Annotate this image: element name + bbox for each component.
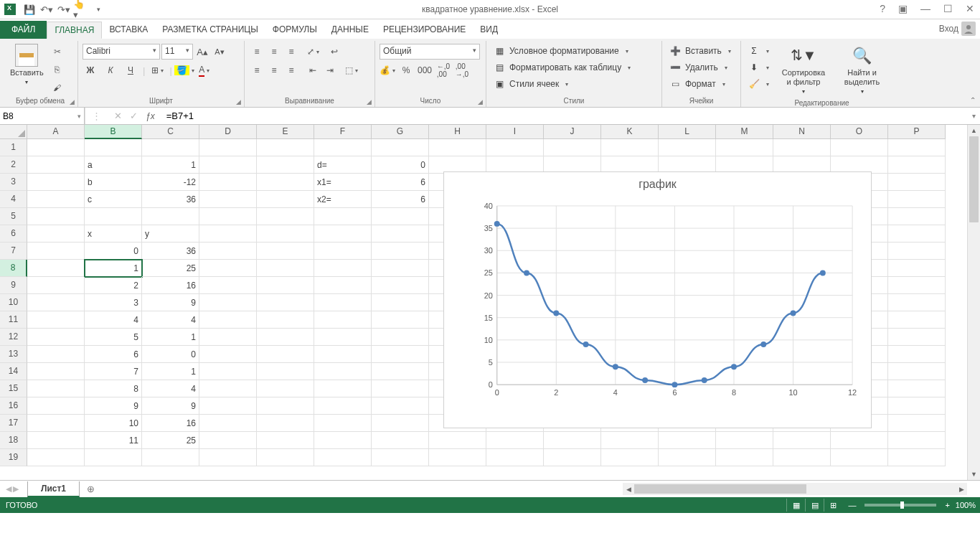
cell-E8[interactable] [257,260,314,277]
cell-E15[interactable] [257,380,314,397]
insert-cells-button[interactable]: ➕Вставить [666,43,736,59]
cell-F12[interactable] [314,329,372,346]
cell-D7[interactable] [199,242,257,260]
cell-J18[interactable] [544,432,601,449]
undo-icon[interactable]: ↶▾ [39,1,55,17]
cell-N19[interactable] [773,449,831,466]
close-icon[interactable]: ✕ [963,1,977,16]
row-header-16[interactable]: 16 [0,397,27,415]
maximize-icon[interactable]: ☐ [941,1,956,16]
cell-D11[interactable] [199,311,257,329]
alignment-dialog-launcher[interactable]: ◢ [367,98,372,105]
cell-D17[interactable] [199,415,257,432]
cell-E3[interactable] [257,174,314,191]
zoom-out-icon[interactable]: — [848,501,856,509]
cell-H19[interactable] [429,449,486,466]
cell-F1[interactable] [314,139,372,156]
collapse-ribbon-icon[interactable]: ⌃ [970,96,976,104]
cell-K1[interactable] [601,139,659,156]
cell-G1[interactable] [372,139,429,156]
accounting-format-icon[interactable]: 💰 [380,62,395,78]
cell-B2[interactable]: a [85,156,142,174]
row-header-4[interactable]: 4 [0,191,27,208]
font-dialog-launcher[interactable]: ◢ [236,98,241,105]
cell-B11[interactable]: 4 [85,311,142,329]
cell-A14[interactable] [27,363,85,380]
cell-F3[interactable]: x1= [314,174,372,191]
format-as-table-button[interactable]: ▤Форматировать как таблицу [491,60,657,75]
select-all-button[interactable] [0,125,27,139]
number-dialog-launcher[interactable]: ◢ [478,98,483,105]
col-header-J[interactable]: J [544,125,601,139]
cell-A15[interactable] [27,380,85,397]
add-sheet-icon[interactable]: ⊕ [87,484,95,494]
row-header-13[interactable]: 13 [0,346,27,363]
cell-F13[interactable] [314,346,372,363]
cell-C9[interactable]: 16 [142,277,199,294]
row-header-2[interactable]: 2 [0,156,27,174]
cell-A16[interactable] [27,397,85,415]
cell-D19[interactable] [199,449,257,466]
cell-L19[interactable] [659,449,716,466]
cell-B19[interactable] [85,449,142,466]
cell-C5[interactable] [142,208,199,225]
cell-A5[interactable] [27,208,85,225]
merge-cells-icon[interactable]: ⬚ [344,62,359,78]
col-header-E[interactable]: E [257,125,314,139]
cell-F10[interactable] [314,294,372,311]
cell-B16[interactable]: 9 [85,397,142,415]
col-header-A[interactable]: A [27,125,85,139]
cell-C15[interactable]: 4 [142,380,199,397]
cell-E10[interactable] [257,294,314,311]
col-header-I[interactable]: I [486,125,544,139]
cell-A7[interactable] [27,242,85,260]
row-header-12[interactable]: 12 [0,329,27,346]
cell-L18[interactable] [659,432,716,449]
decrease-decimal-icon[interactable]: ,00→,0 [454,62,470,78]
cell-D6[interactable] [199,225,257,242]
cell-F17[interactable] [314,415,372,432]
cell-B8[interactable]: 1 [85,260,142,277]
col-header-N[interactable]: N [773,125,831,139]
format-cells-button[interactable]: ▭Формат [666,76,736,92]
fill-button[interactable]: ⬇ [745,60,772,75]
cell-E12[interactable] [257,329,314,346]
cell-C19[interactable] [142,449,199,466]
minimize-icon[interactable]: — [918,1,933,16]
cell-C7[interactable]: 36 [142,242,199,260]
cell-C10[interactable]: 9 [142,294,199,311]
tab-главная[interactable]: ГЛАВНАЯ [47,22,102,39]
cell-H18[interactable] [429,432,486,449]
cell-A19[interactable] [27,449,85,466]
font-size-dropdown[interactable]: 11 [161,44,193,60]
cell-C2[interactable]: 1 [142,156,199,174]
name-box[interactable]: ▾ [0,108,85,124]
row-header-9[interactable]: 9 [0,277,27,294]
cell-E5[interactable] [257,208,314,225]
redo-icon[interactable]: ↷▾ [56,1,72,17]
tab-данные[interactable]: ДАННЫЕ [324,22,376,39]
cell-P12[interactable] [888,329,946,346]
cell-P14[interactable] [888,363,946,380]
underline-button[interactable]: Ч [123,62,138,78]
row-header-18[interactable]: 18 [0,432,27,449]
row-header-3[interactable]: 3 [0,174,27,191]
col-header-K[interactable]: K [601,125,659,139]
cell-P17[interactable] [888,415,946,432]
cell-B17[interactable]: 10 [85,415,142,432]
cell-styles-button[interactable]: ▣Стили ячеек [491,76,657,92]
fx-icon[interactable]: ƒx [143,111,158,121]
formula-input[interactable] [162,109,968,123]
cell-E4[interactable] [257,191,314,208]
cell-G2[interactable]: 0 [372,156,429,174]
cell-F4[interactable]: x2= [314,191,372,208]
chart-object[interactable]: график 0510152025303540024681012 [443,171,872,428]
cell-E1[interactable] [257,139,314,156]
cell-C18[interactable]: 25 [142,432,199,449]
zoom-in-icon[interactable]: + [945,501,949,509]
cell-O19[interactable] [831,449,888,466]
cell-D10[interactable] [199,294,257,311]
sheet-nav-prev-icon[interactable]: ◀ [6,484,11,494]
cell-P3[interactable] [888,174,946,191]
cell-F2[interactable]: d= [314,156,372,174]
